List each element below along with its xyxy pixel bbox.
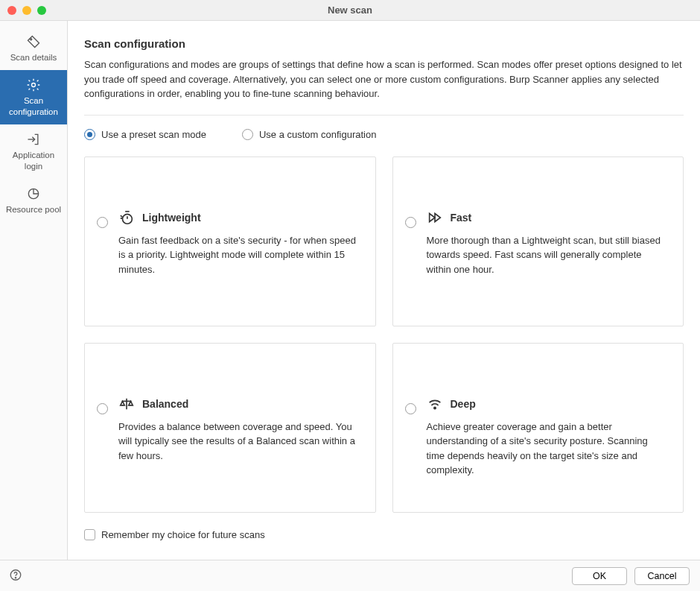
svg-point-1 [32, 83, 36, 87]
divider [84, 115, 684, 116]
svg-point-0 [31, 39, 32, 40]
gear-icon [26, 78, 41, 92]
radio-custom-configuration[interactable]: Use a custom configuration [242, 129, 377, 140]
sidebar-item-label: Scan configuration [3, 95, 64, 117]
card-description: Provides a balance between coverage and … [118, 420, 360, 464]
zoom-window-button[interactable] [37, 6, 46, 15]
section-title: Scan configuration [84, 37, 684, 50]
help-icon[interactable] [9, 568, 22, 584]
tag-icon [26, 34, 41, 49]
card-title: Deep [451, 398, 476, 410]
card-title: Balanced [142, 398, 188, 410]
section-description: Scan configurations and modes are groups… [84, 57, 684, 101]
radio-label: Use a preset scan mode [101, 129, 206, 140]
card-title: Lightweight [142, 212, 201, 224]
sidebar-item-application-login[interactable]: Application login [0, 124, 67, 179]
remember-checkbox-row[interactable]: Remember my choice for future scans [84, 529, 684, 540]
minimize-window-button[interactable] [22, 6, 31, 15]
sidebar: Scan details Scan configuration Applicat… [0, 21, 68, 560]
close-window-button[interactable] [7, 6, 16, 15]
radio-preset-mode[interactable]: Use a preset scan mode [84, 129, 206, 140]
radio-label: Use a custom configuration [259, 129, 377, 140]
svg-point-6 [15, 577, 16, 578]
login-icon [26, 132, 41, 147]
balance-icon [118, 396, 135, 412]
card-deep[interactable]: Deep Achieve greater coverage and gain a… [392, 343, 684, 513]
radio-icon [242, 129, 253, 140]
remember-label: Remember my choice for future scans [101, 529, 265, 540]
sidebar-item-label: Resource pool [6, 204, 61, 215]
svg-point-4 [433, 407, 435, 408]
ok-button[interactable]: OK [572, 567, 627, 585]
stopwatch-icon [118, 209, 135, 226]
card-lightweight[interactable]: Lightweight Gain fast feedback on a site… [84, 157, 376, 326]
main-content: Scan configuration Scan configurations a… [68, 21, 700, 560]
mode-selector: Use a preset scan mode Use a custom conf… [84, 129, 684, 140]
card-title: Fast [451, 212, 472, 224]
preset-cards: Lightweight Gain fast feedback on a site… [84, 157, 684, 513]
card-description: Gain fast feedback on a site's security … [118, 233, 360, 277]
fast-forward-icon [427, 209, 443, 226]
window-title: New scan [0, 4, 700, 16]
card-fast[interactable]: Fast More thorough than a Lightweight sc… [392, 157, 684, 326]
footer: OK Cancel [0, 560, 700, 591]
wifi-icon [427, 396, 443, 412]
radio-icon [405, 217, 416, 228]
sidebar-item-label: Application login [3, 150, 64, 171]
checkbox-icon [84, 529, 95, 540]
pie-icon [26, 186, 41, 201]
radio-icon [97, 403, 108, 414]
sidebar-item-resource-pool[interactable]: Resource pool [0, 179, 67, 222]
sidebar-item-label: Scan details [10, 52, 57, 63]
radio-icon [84, 129, 95, 140]
card-description: Achieve greater coverage and gain a bett… [427, 420, 669, 478]
radio-icon [405, 403, 416, 414]
sidebar-item-scan-details[interactable]: Scan details [0, 27, 67, 70]
card-description: More thorough than a Lightweight scan, b… [427, 233, 669, 277]
sidebar-item-scan-configuration[interactable]: Scan configuration [0, 70, 67, 124]
cancel-button[interactable]: Cancel [634, 567, 690, 585]
card-balanced[interactable]: Balanced Provides a balance between cove… [84, 343, 376, 513]
titlebar: New scan [0, 0, 700, 21]
radio-icon [97, 217, 108, 228]
window-controls [0, 6, 46, 15]
